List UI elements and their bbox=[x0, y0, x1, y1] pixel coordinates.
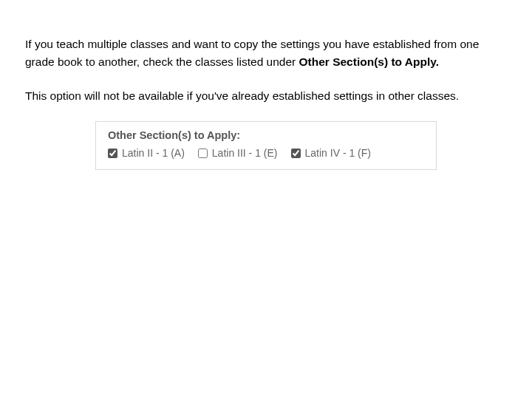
checkbox-latin-iii[interactable] bbox=[198, 149, 208, 158]
option-latin-ii[interactable]: Latin II - 1 (A) bbox=[108, 147, 185, 159]
checkbox-latin-iv[interactable] bbox=[291, 149, 301, 158]
paragraph-1-bold: Other Section(s) to Apply. bbox=[299, 55, 439, 68]
option-latin-iii[interactable]: Latin III - 1 (E) bbox=[198, 147, 278, 159]
paragraph-2: This option will not be available if you… bbox=[25, 87, 498, 105]
option-label: Latin IV - 1 (F) bbox=[305, 147, 371, 159]
option-label: Latin III - 1 (E) bbox=[212, 147, 278, 159]
option-label: Latin II - 1 (A) bbox=[122, 147, 185, 159]
other-sections-panel: Other Section(s) to Apply: Latin II - 1 … bbox=[95, 121, 437, 170]
document-body: If you teach multiple classes and want t… bbox=[0, 0, 532, 170]
options-row: Latin II - 1 (A) Latin III - 1 (E) Latin… bbox=[108, 147, 424, 159]
checkbox-latin-ii[interactable] bbox=[108, 149, 117, 158]
panel-title: Other Section(s) to Apply: bbox=[108, 129, 424, 141]
panel-container: Other Section(s) to Apply: Latin II - 1 … bbox=[25, 121, 507, 170]
option-latin-iv[interactable]: Latin IV - 1 (F) bbox=[291, 147, 371, 159]
paragraph-1: If you teach multiple classes and want t… bbox=[25, 35, 498, 71]
